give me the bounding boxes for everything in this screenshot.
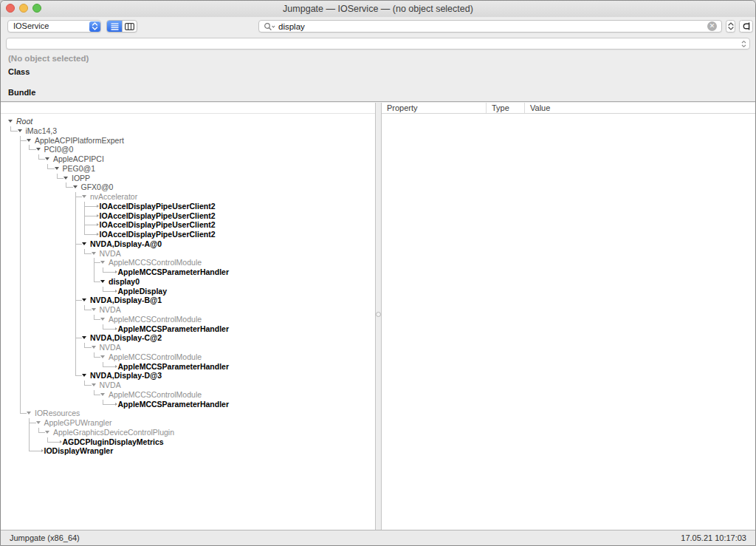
tree-node-label: PCI0@0 [44, 145, 74, 154]
tree-row[interactable]: NVDA,Display-D@3 [8, 371, 375, 381]
tree-row[interactable]: AppleMCCSControlModule [8, 390, 375, 400]
tree-row[interactable]: NVDA [8, 381, 375, 390]
disclosure-triangle-icon[interactable] [92, 343, 99, 352]
disclosure-triangle-icon[interactable] [100, 390, 108, 400]
list-view-icon [111, 23, 119, 30]
object-combo-input[interactable] [7, 39, 741, 49]
disclosure-triangle-icon[interactable] [100, 352, 108, 362]
close-button[interactable] [6, 4, 15, 13]
tree-row[interactable]: AppleMCCSControlModule [8, 258, 375, 267]
zoom-button[interactable] [32, 4, 41, 13]
tree-row[interactable]: IODisplayWrangler [8, 446, 375, 456]
tree-row[interactable]: display0 [8, 277, 375, 287]
splitter-dimple[interactable] [376, 312, 381, 317]
view-mode-segmented-control [106, 20, 137, 33]
disclosure-triangle-icon[interactable] [36, 418, 44, 428]
disclosure-triangle-icon[interactable] [82, 333, 89, 343]
tree-row[interactable]: AppleMCCSParameterHandler [8, 267, 375, 277]
minimize-button[interactable] [19, 4, 28, 13]
disclosure-triangle-icon[interactable] [27, 136, 34, 146]
plane-popup-button[interactable]: IOService [7, 20, 101, 33]
tree-row[interactable]: IOPP [8, 174, 375, 183]
search-input[interactable] [278, 21, 707, 32]
disclosure-triangle-icon[interactable] [100, 277, 108, 287]
tree-node-label: IOAccelDisplayPipeUserClient2 [99, 230, 216, 239]
tree-row[interactable]: iMac14,3 [8, 126, 375, 136]
disclosure-triangle-icon[interactable] [82, 239, 89, 249]
tree-connector-blank [36, 315, 46, 324]
tree-connector-arrow [92, 202, 99, 211]
disclosure-triangle-icon[interactable] [73, 182, 80, 192]
tree-row[interactable]: AppleMCCSControlModule [8, 352, 375, 362]
disclosure-triangle-icon[interactable] [82, 192, 89, 202]
tree-row[interactable]: NVDA,Display-A@0 [8, 239, 375, 249]
disclosure-triangle-icon[interactable] [45, 154, 52, 164]
tree-connector-blank [55, 220, 64, 230]
tree-row[interactable]: NVDA [8, 343, 375, 352]
tree-row[interactable]: AppleGraphicsDeviceControlPlugin [8, 428, 375, 437]
clear-search-icon[interactable]: ✕ [707, 21, 717, 31]
tree-row[interactable]: NVDA [8, 249, 375, 259]
combo-chevrons-icon[interactable] [741, 41, 746, 47]
disclosure-triangle-icon[interactable] [27, 409, 34, 418]
disclosure-triangle-icon[interactable] [82, 371, 89, 381]
titlebar[interactable]: Jumpgate — IOService — (no object select… [1, 1, 755, 17]
tree-row[interactable]: AppleACPIPlatformExpert [8, 136, 375, 146]
disclosure-triangle-icon[interactable] [8, 117, 16, 126]
tree-row[interactable]: IOAccelDisplayPipeUserClient2 [8, 202, 375, 211]
tree-row[interactable]: IOResources [8, 409, 375, 418]
tree-row[interactable]: IOAccelDisplayPipeUserClient2 [8, 230, 375, 239]
list-view-segment[interactable] [107, 21, 122, 32]
tree-node-label: AppleMCCSParameterHandler [117, 362, 230, 372]
tree-row[interactable]: PEG0@1 [8, 164, 375, 174]
disclosure-triangle-icon[interactable] [92, 381, 99, 390]
tree-connector-blank [27, 305, 36, 315]
tree-row[interactable]: AGDCPluginDisplayMetrics [8, 437, 375, 447]
tree-connector-vline [18, 267, 27, 277]
reveal-selection-button[interactable] [739, 20, 753, 33]
toolbar: IOService [1, 17, 755, 36]
tree-row[interactable]: AppleMCCSParameterHandler [8, 324, 375, 334]
tree-row[interactable]: IOAccelDisplayPipeUserClient2 [8, 220, 375, 230]
tree-connector-blank [18, 437, 27, 447]
disclosure-triangle-icon[interactable] [36, 145, 44, 154]
tree-connector-blank [27, 400, 36, 409]
disclosure-triangle-icon[interactable] [82, 296, 89, 305]
tree-connector-vline [18, 182, 27, 192]
search-stepper[interactable] [726, 20, 735, 33]
tree-row[interactable]: PCI0@0 [8, 145, 375, 154]
disclosure-triangle-icon[interactable] [92, 305, 99, 315]
disclosure-triangle-icon[interactable] [100, 258, 108, 267]
column-header-value[interactable]: Value [525, 103, 755, 113]
tree-row[interactable]: NVDA,Display-C@2 [8, 333, 375, 343]
tree-row[interactable]: IOAccelDisplayPipeUserClient2 [8, 211, 375, 221]
tree-connector-tee [82, 211, 92, 221]
tree-row[interactable]: AppleACPIPCI [8, 154, 375, 164]
disclosure-triangle-icon[interactable] [100, 315, 108, 324]
disclosure-triangle-icon[interactable] [18, 126, 25, 136]
tree-row[interactable]: AppleMCCSParameterHandler [8, 400, 375, 409]
tree-connector-blank [8, 428, 18, 437]
search-field[interactable]: ✕ [258, 20, 722, 33]
tree-row[interactable]: AppleMCCSParameterHandler [8, 362, 375, 372]
disclosure-triangle-icon[interactable] [92, 249, 99, 259]
tree-row[interactable]: Root [8, 117, 375, 126]
disclosure-triangle-icon[interactable] [45, 428, 52, 437]
tree-row[interactable]: GFX0@0 [8, 182, 375, 192]
tree-row[interactable]: NVDA,Display-B@1 [8, 296, 375, 305]
tree-connector-vline [18, 287, 27, 296]
tree-row[interactable]: NVDA [8, 305, 375, 315]
column-header-type[interactable]: Type [487, 103, 525, 113]
object-combo-box[interactable] [6, 38, 750, 50]
disclosure-triangle-icon[interactable] [63, 174, 71, 183]
tree-row[interactable]: AppleGPUWrangler [8, 418, 375, 428]
tree-row[interactable]: AppleDisplay [8, 287, 375, 296]
split-divider[interactable] [376, 103, 381, 531]
column-header-property[interactable]: Property [382, 103, 487, 113]
column-view-segment[interactable] [122, 21, 137, 32]
tree-connector-arrow [92, 211, 99, 221]
disclosure-triangle-icon[interactable] [55, 164, 62, 174]
tree-row[interactable]: nvAccelerator [8, 192, 375, 202]
tree-row[interactable]: AppleMCCSControlModule [8, 315, 375, 324]
tree-connector-blank [36, 390, 46, 400]
